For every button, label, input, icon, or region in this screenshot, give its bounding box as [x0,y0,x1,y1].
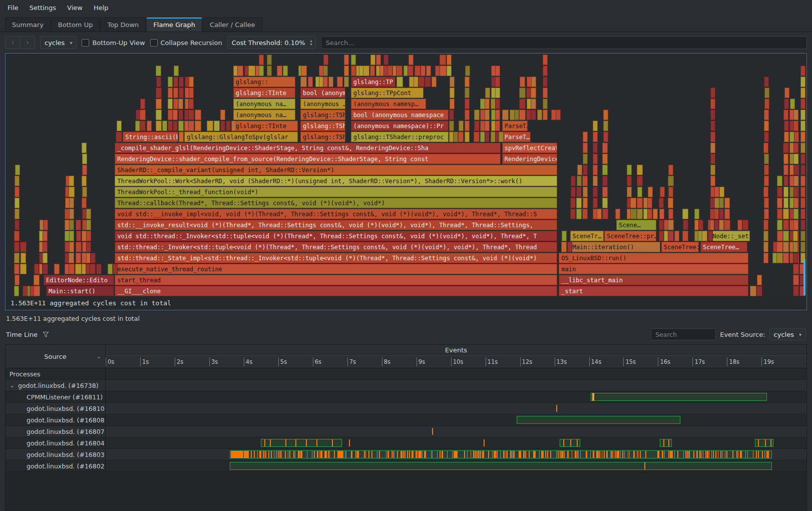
flame-frame-small[interactable] [168,121,173,131]
flame-frame-small[interactable] [794,132,799,142]
timeline-row-label-cell[interactable]: godot.linuxbsd. (#16803) [6,449,106,460]
flame-frame-small[interactable] [800,132,805,142]
flame-frame-small[interactable] [76,231,81,241]
flame-frame-small[interactable] [783,154,789,164]
flame-frame[interactable]: glslang::TSha [300,110,345,120]
flame-frame-small[interactable] [162,121,167,131]
flame-frame[interactable]: std::thread::_State_impl<std::thread::_I… [115,253,557,263]
flame-frame[interactable]: RenderingDevice::shader_compile_from_sou… [115,154,500,164]
flame-frame[interactable]: SceneTree: [661,242,699,252]
flame-frame-small[interactable] [561,242,567,252]
flame-frame-small[interactable] [653,209,658,219]
flame-frame-small[interactable] [485,99,490,109]
flame-frame-small[interactable] [43,253,48,263]
flame-frame-small[interactable] [15,275,20,285]
flame-frame-small[interactable] [156,66,161,76]
flame-frame-small[interactable] [698,220,703,230]
flame-frame-small[interactable] [668,231,674,241]
timeline-track[interactable] [106,426,806,437]
flame-frame-small[interactable] [571,187,576,197]
flame-frame-small[interactable] [800,110,805,120]
flame-frame-small[interactable] [719,198,724,208]
event-source-combobox[interactable]: cycles ▾ [769,328,806,340]
flame-frame-small[interactable] [76,242,82,252]
flame-frame-small[interactable] [14,231,20,241]
flame-frame-small[interactable] [465,99,470,109]
flame-frame-small[interactable] [764,198,769,208]
flame-frame-small[interactable] [627,165,632,175]
flame-frame-small[interactable] [156,110,162,120]
flame-frame-small[interactable] [188,110,194,120]
flame-frame-small[interactable] [764,88,769,98]
flame-frame-small[interactable] [140,99,145,109]
flame-frame-small[interactable] [34,275,40,285]
flame-frame-small[interactable] [764,176,769,186]
flame-frame-small[interactable] [259,66,264,76]
flame-frame-small[interactable] [583,198,588,208]
flame-frame-small[interactable] [344,55,349,65]
flame-frame[interactable]: __GI___clone [115,286,557,296]
flame-frame-small[interactable] [714,187,719,197]
timeline-row-label-cell[interactable]: Processes [6,368,106,379]
flame-frame-small[interactable] [602,209,608,219]
flame-frame-small[interactable] [776,253,783,263]
flame-frame-small[interactable] [756,286,762,296]
flame-frame-small[interactable] [763,231,768,241]
flame-frame-small[interactable] [764,121,769,131]
timeline-span-bar[interactable] [230,450,772,458]
flame-search-input[interactable] [321,36,807,49]
flame-frame-small[interactable] [86,209,91,219]
flame-frame-small[interactable] [69,176,74,186]
flame-frame-small[interactable] [173,77,178,87]
event-type-combobox[interactable]: cycles ▾ [40,36,77,49]
flame-frame-small[interactable] [267,66,272,76]
timeline-row-label-cell[interactable]: godot.linuxbsd. (#16802) [6,460,106,471]
flame-frame[interactable]: bool (anonym… [300,88,345,98]
flame-frame-small[interactable] [710,110,715,120]
flame-frame-small[interactable] [783,231,788,241]
expand-arrow-icon[interactable]: ⌄ [9,382,16,389]
flame-frame-small[interactable] [425,77,431,87]
flame-frame-small[interactable] [156,77,161,87]
flame-frame-small[interactable] [283,66,288,76]
flame-frame-small[interactable] [710,121,715,131]
flame-frame-small[interactable] [577,165,582,175]
flame-frame-small[interactable] [593,154,598,164]
flame-frame-small[interactable] [724,209,730,219]
flame-frame[interactable]: ThreadWorkPool::_thread_function(void*) [115,187,557,197]
timeline-span-bar[interactable] [517,416,681,424]
flame-frame-small[interactable] [178,99,183,109]
flame-frame-small[interactable] [344,77,349,87]
menu-help[interactable]: Help [88,2,114,14]
flame-frame-small[interactable] [140,121,146,131]
flame-frame-small[interactable] [226,121,231,131]
flame-frame-small[interactable] [173,88,178,98]
timeline-track[interactable] [106,414,806,425]
timeline-row-label-cell[interactable]: ⌄godot.linuxbsd. (#16738) [6,380,106,391]
flame-frame-small[interactable] [793,231,798,241]
flame-frame-small[interactable] [447,66,452,76]
flame-frame-small[interactable] [69,187,74,197]
menu-view[interactable]: View [62,2,88,14]
flame-frame-small[interactable] [668,187,673,197]
flame-frame-small[interactable] [344,66,349,76]
flame-frame-small[interactable] [543,77,548,87]
flame-frame-small[interactable] [719,220,724,230]
flame-frame-small[interactable] [485,88,490,98]
flame-frame-small[interactable] [750,286,756,296]
flame-frame-small[interactable] [231,121,236,131]
flame-frame-small[interactable] [69,198,74,208]
flame-frame-small[interactable] [220,110,225,120]
timeline-track[interactable] [106,460,806,471]
flame-frame-small[interactable] [602,165,608,175]
flame-frame[interactable]: RenderingDeviceVulkan:: [502,154,557,164]
flame-frame-small[interactable] [409,55,414,65]
flame-frame-small[interactable] [800,176,805,186]
flame-frame-small[interactable] [117,121,122,131]
flame-frame-small[interactable] [308,77,313,87]
flame-frame-small[interactable] [637,187,642,197]
flame-frame-small[interactable] [583,154,588,164]
flame-frame-small[interactable] [627,187,632,197]
flame-frame-small[interactable] [195,121,201,131]
flame-frame-small[interactable] [597,209,602,219]
